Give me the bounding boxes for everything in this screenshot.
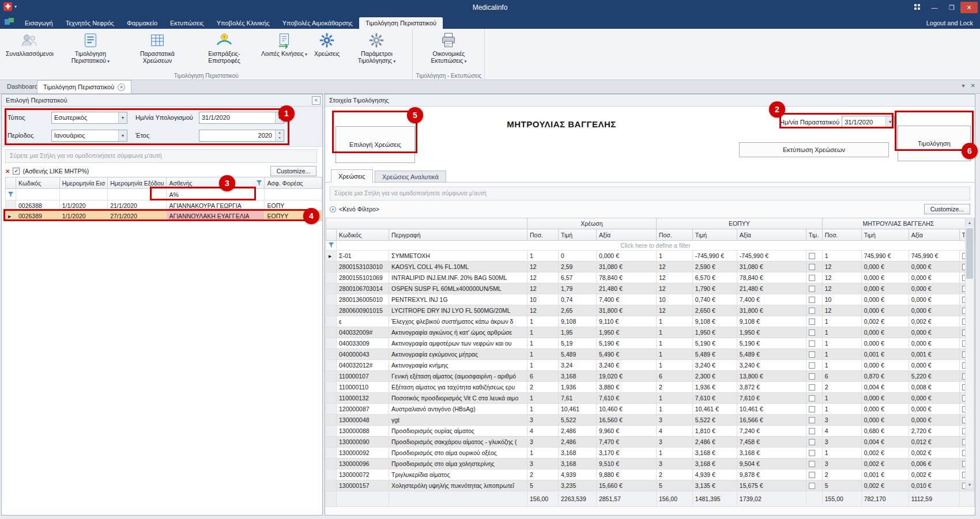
patient-row[interactable]: 00263881/1/202021/1/2020ΑΓΙΑΝΝΑΚΟΥΡΑ ΓΕΩ… bbox=[6, 200, 322, 211]
cell-code[interactable]: 040032012# bbox=[337, 360, 389, 371]
charges-button[interactable]: Χρεώσεις bbox=[311, 30, 343, 71]
cell-date-in[interactable]: 1/1/2020 bbox=[59, 200, 107, 211]
cell-date-in[interactable]: 1/1/2020 bbox=[59, 211, 107, 221]
cell-value[interactable]: 9,880 € bbox=[596, 469, 656, 480]
cell-value[interactable]: 1 bbox=[527, 404, 558, 415]
cell-value[interactable]: 1,936 bbox=[558, 382, 596, 393]
vertical-scrollbar[interactable]: ▲ ▼ bbox=[965, 218, 974, 490]
cell-value[interactable]: 7,470 € bbox=[596, 437, 656, 448]
cell-description[interactable]: Χοληστερόλη υψηλής πυκνότητας λιποπρωτεΐ bbox=[389, 480, 527, 491]
cell-value[interactable]: 10 bbox=[822, 294, 861, 305]
cell-insurer[interactable]: ΕΟΠΥ bbox=[265, 200, 322, 211]
cell-value[interactable]: 1 bbox=[822, 349, 861, 360]
cell-value[interactable]: 6 bbox=[527, 371, 558, 382]
cell-value[interactable]: 78,840 € bbox=[596, 272, 656, 283]
invoiced-checkbox[interactable] bbox=[809, 417, 815, 423]
scrollbar-thumb[interactable] bbox=[966, 228, 973, 279]
cell-value[interactable]: 31,080 € bbox=[737, 262, 806, 272]
cell-value[interactable]: 9,960 € bbox=[596, 426, 656, 437]
cell-value[interactable]: 1 bbox=[656, 404, 692, 415]
col-header-price-patient[interactable]: Τιμή bbox=[861, 229, 909, 241]
cell-code[interactable]: 040032009# bbox=[337, 327, 389, 338]
cell-code[interactable]: 130000048 bbox=[337, 415, 389, 426]
cell-value[interactable]: 9,108 bbox=[558, 316, 596, 327]
cell-value[interactable]: 0,000 € bbox=[861, 283, 909, 294]
cell-description[interactable]: Ακτινογραφία αμφοτέρων των νεφρών και ου bbox=[389, 338, 527, 349]
cell-value[interactable]: 12 bbox=[822, 283, 861, 294]
cell-value[interactable]: 2,650 € bbox=[692, 305, 737, 316]
cell-value[interactable]: 3 bbox=[822, 459, 861, 469]
charge-row[interactable]: 040032012#Ακτινογραφία κνήμης13,243,240 … bbox=[326, 360, 975, 371]
cell-code[interactable]: 0026389 bbox=[16, 211, 60, 221]
col-header-qty-patient[interactable]: Ποσ. bbox=[822, 229, 861, 241]
cell-code[interactable]: 120000087 bbox=[337, 404, 389, 415]
cell-value[interactable]: 4 bbox=[527, 426, 558, 437]
cell-value[interactable]: 7,400 € bbox=[596, 294, 656, 305]
filter-hint-text[interactable]: Click here to define a filter bbox=[337, 241, 975, 251]
cell-value[interactable]: 0,000 € bbox=[861, 305, 909, 316]
logout-and-lock-button[interactable]: Logout and Lock bbox=[926, 20, 973, 26]
quick-access-dropdown-icon[interactable]: ▾ bbox=[14, 4, 17, 9]
tab-charges[interactable]: Χρεώσεις bbox=[331, 169, 373, 183]
invoiced-checkbox[interactable] bbox=[809, 373, 815, 380]
col-header-date-out[interactable]: Ημερομηνία Εξόδου bbox=[108, 177, 167, 189]
charge-row[interactable]: 2800153103010KAOSYL COLL 4% FL.10ML122,5… bbox=[326, 262, 975, 272]
cell-value[interactable]: 5,522 € bbox=[692, 415, 737, 426]
cell-value[interactable]: 1 bbox=[656, 338, 692, 349]
col-header-qty-eopyy[interactable]: Ποσ. bbox=[656, 229, 692, 241]
cell-value[interactable]: 0,74 bbox=[558, 294, 596, 305]
cell-value[interactable]: 1,950 € bbox=[737, 327, 806, 338]
invoicing-parameters-button[interactable]: Παράμετροι Τιμολόγησης▾ bbox=[343, 30, 410, 71]
charge-row[interactable]: 040000043Ακτινογραφία εγκύμονος μήτρας15… bbox=[326, 349, 975, 360]
scroll-up-icon[interactable]: ▲ bbox=[966, 218, 974, 227]
cell-invoiced[interactable] bbox=[806, 262, 822, 272]
cell-code[interactable]: ε bbox=[337, 316, 389, 327]
cell-patient[interactable]: ΑΓΙΑΝΝΑΚΟΥΡΑ ΓΕΩΡΓΙΑ bbox=[167, 200, 265, 211]
cell-description[interactable]: Προσδιορισμός στο αίμα ουρικού οξέος bbox=[389, 448, 527, 459]
menu-tab-ypoboles-aimokatharsis[interactable]: Υποβολές Αιμοκάθαρσης bbox=[276, 17, 359, 29]
filter-funnel-icon[interactable] bbox=[257, 180, 262, 185]
cell-invoiced[interactable] bbox=[806, 382, 822, 393]
cell-date-out[interactable]: 27/1/2020 bbox=[108, 211, 167, 221]
chevron-down-icon[interactable]: ▼ bbox=[118, 130, 127, 141]
cell-value[interactable]: 0,000 € bbox=[909, 360, 959, 371]
cell-value[interactable]: 5,190 € bbox=[737, 338, 806, 349]
tab-timologisi-peristatikou[interactable]: Τιμολόγηση Περιστατικού✕ bbox=[37, 80, 131, 93]
cell-value[interactable]: 1,79 bbox=[558, 283, 596, 294]
invoiced-checkbox[interactable] bbox=[809, 319, 815, 325]
cell-code[interactable]: 110000107 bbox=[337, 371, 389, 382]
cell-value[interactable]: 9,504 € bbox=[737, 459, 806, 469]
cell-code[interactable]: 2800106703014 bbox=[337, 283, 389, 294]
cell-code[interactable]: 130000090 bbox=[337, 437, 389, 448]
cell-value[interactable]: 13,800 € bbox=[737, 371, 806, 382]
cell-value[interactable]: 0,000 € bbox=[861, 360, 909, 371]
cell-value[interactable]: 1,810 € bbox=[692, 426, 737, 437]
cell-value[interactable]: 0,000 € bbox=[909, 305, 959, 316]
cell-value[interactable]: 1 bbox=[527, 360, 558, 371]
cell-value[interactable]: 0,680 € bbox=[861, 426, 909, 437]
close-button[interactable]: ✕ bbox=[960, 2, 978, 13]
cell-value[interactable]: 2,590 € bbox=[692, 262, 737, 272]
charge-row[interactable]: 130000090Προσδιορισμός σακχάρου αίματος … bbox=[326, 437, 975, 448]
charge-row[interactable]: 130000157Χοληστερόλη υψηλής πυκνότητας λ… bbox=[326, 480, 975, 491]
cell-value[interactable]: 3,240 € bbox=[737, 360, 806, 371]
cell-value[interactable]: 3,240 € bbox=[596, 360, 656, 371]
cell-value[interactable]: 9,110 € bbox=[596, 316, 656, 327]
invoiced-checkbox[interactable] bbox=[809, 450, 815, 456]
cell-value[interactable]: 2,65 bbox=[558, 305, 596, 316]
charge-row[interactable]: 110000107Γενική εξέταση αίματος (αιμοσφα… bbox=[326, 371, 975, 382]
col-header-value-charge[interactable]: Αξία bbox=[596, 229, 656, 241]
cell-value[interactable]: 6,570 € bbox=[692, 272, 737, 283]
cell-value[interactable]: 3,168 bbox=[558, 459, 596, 469]
cell-value[interactable]: 0,002 € bbox=[909, 316, 959, 327]
col-header-description[interactable]: Περιγραφή bbox=[389, 229, 527, 241]
cell-value[interactable]: 12 bbox=[527, 272, 558, 283]
filter-cell-date-out[interactable] bbox=[108, 189, 167, 200]
cell-value[interactable]: 16,566 € bbox=[737, 415, 806, 426]
layout-icon[interactable] bbox=[909, 2, 926, 13]
col-header-insurer[interactable]: Ασφ. Φορέας bbox=[265, 177, 322, 189]
cell-value[interactable]: 2 bbox=[656, 382, 692, 393]
cell-description[interactable]: Προσδιορισμός στο αίμα χοληστερίνης bbox=[389, 459, 527, 469]
cell-value[interactable]: 0,000 € bbox=[909, 404, 959, 415]
cell-value[interactable]: 1,790 € bbox=[692, 283, 737, 294]
